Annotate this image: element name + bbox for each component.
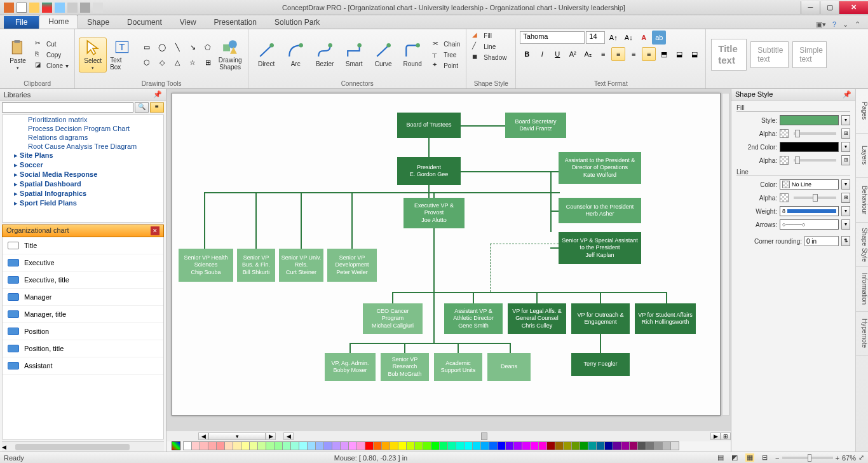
zoom-fit-button[interactable]: ⤢ bbox=[858, 453, 864, 462]
select-tool[interactable]: Select▾ bbox=[79, 38, 107, 73]
color-swatch[interactable] bbox=[398, 441, 407, 450]
color-swatch[interactable] bbox=[456, 441, 465, 450]
org-node-svpd[interactable]: Senior VP DevelopmentPeter Weiler bbox=[327, 249, 377, 282]
color-swatch[interactable] bbox=[538, 441, 547, 450]
color-swatch[interactable] bbox=[505, 441, 514, 450]
connector-smart[interactable]: Smart bbox=[340, 41, 368, 69]
left-scrollbar[interactable]: ◀ bbox=[2, 441, 164, 452]
color-swatch[interactable] bbox=[299, 441, 308, 450]
sidetab-information[interactable]: Information bbox=[856, 267, 868, 312]
color-swatch[interactable] bbox=[613, 441, 621, 450]
copy-button[interactable]: ⎘Copy bbox=[33, 50, 71, 60]
line-color-dropdown[interactable]: ▾ bbox=[841, 179, 850, 190]
text-box-tool[interactable]: T Text Box bbox=[108, 37, 136, 73]
subtitle-text-placeholder[interactable]: Subtitle text bbox=[750, 41, 789, 69]
shape-ellipse-icon[interactable]: ◯ bbox=[155, 40, 169, 54]
color-swatch[interactable] bbox=[489, 441, 498, 450]
color-swatch[interactable] bbox=[596, 441, 605, 450]
color-swatch[interactable] bbox=[356, 441, 365, 450]
open-icon[interactable] bbox=[29, 3, 39, 13]
arrows-swatch[interactable]: ○────○ bbox=[780, 219, 839, 230]
font-family-select[interactable]: Tahoma bbox=[520, 31, 585, 44]
shape-item-title[interactable]: Title bbox=[3, 237, 163, 254]
library-search-input[interactable] bbox=[2, 102, 133, 113]
arrows-dropdown[interactable]: ▾ bbox=[841, 219, 850, 230]
align-right-button[interactable]: ≡ bbox=[627, 47, 641, 61]
color-swatch[interactable] bbox=[191, 441, 200, 450]
color-swatch[interactable] bbox=[555, 441, 564, 450]
lib-category[interactable]: Sport Field Plans bbox=[3, 198, 163, 208]
color-swatch[interactable] bbox=[373, 441, 382, 450]
shape-10-icon[interactable]: ⊞ bbox=[201, 55, 215, 69]
org-node-bot[interactable]: Board of Trustees bbox=[397, 113, 461, 138]
scroll-right-button[interactable]: ▶ bbox=[710, 432, 721, 440]
tab-view[interactable]: View bbox=[171, 16, 205, 29]
color-swatch[interactable] bbox=[522, 441, 531, 450]
org-node-vps[interactable]: VP for Student AffairsRich Hollingsworth bbox=[635, 303, 696, 334]
sidetab-behaviour[interactable]: Behaviour bbox=[856, 178, 868, 223]
org-node-cp[interactable]: Counselor to the PresidentHerb Asher bbox=[559, 198, 641, 223]
shape-item-position[interactable]: Position bbox=[3, 323, 163, 340]
shape-item-position-title[interactable]: Position, title bbox=[3, 340, 163, 357]
color-swatch[interactable] bbox=[414, 441, 423, 450]
org-node-avp[interactable]: Assistant VP & Athletic DirectorGene Smi… bbox=[444, 303, 503, 334]
shape-palette-header[interactable]: Organizational chart ✕ bbox=[2, 225, 164, 237]
color-swatch[interactable] bbox=[406, 441, 415, 450]
cut-button[interactable]: ✂Cut bbox=[33, 39, 71, 49]
minimize-button[interactable]: ─ bbox=[801, 1, 820, 14]
superscript-button[interactable]: A² bbox=[566, 47, 580, 61]
line-weight-swatch[interactable]: 8 bbox=[780, 206, 839, 216]
color-swatch[interactable] bbox=[274, 441, 283, 450]
pin-icon[interactable]: 📌 bbox=[843, 90, 851, 99]
color-swatch[interactable] bbox=[282, 441, 291, 450]
org-node-dea[interactable]: Deans bbox=[487, 353, 531, 381]
color-swatch[interactable] bbox=[480, 441, 489, 450]
color-swatch[interactable] bbox=[290, 441, 299, 450]
color-swatch[interactable] bbox=[381, 441, 390, 450]
color-swatch[interactable] bbox=[621, 441, 630, 450]
chevron-down-icon[interactable]: ⌄ bbox=[843, 20, 848, 29]
color-swatch[interactable] bbox=[580, 441, 588, 450]
sidetab-shape-style[interactable]: Shape Style bbox=[856, 223, 868, 267]
bold-button[interactable]: B bbox=[520, 47, 534, 61]
tab-home[interactable]: Home bbox=[39, 15, 78, 29]
tab-presentation[interactable]: Presentation bbox=[205, 16, 266, 29]
lib-category[interactable]: Social Media Response bbox=[3, 170, 163, 179]
zoom-out-button[interactable]: − bbox=[775, 454, 779, 462]
org-node-svpb[interactable]: Senior VP Bus. & Fin.Bill Shkurti bbox=[237, 249, 275, 282]
color-swatch[interactable] bbox=[365, 441, 374, 450]
shape-9-icon[interactable]: ☆ bbox=[186, 55, 200, 69]
valign-mid-button[interactable]: ⬓ bbox=[672, 47, 686, 61]
fill-alpha-picker[interactable]: ⊞ bbox=[841, 128, 850, 139]
drawing-page[interactable]: Board of TrusteesBoard SecretaryDavid Fr… bbox=[172, 93, 721, 416]
second-color-swatch[interactable] bbox=[780, 142, 839, 152]
color-swatch[interactable] bbox=[208, 441, 217, 450]
color-swatch[interactable] bbox=[646, 441, 654, 450]
org-node-vpo[interactable]: VP for Outreach & Engagement bbox=[571, 303, 630, 334]
line-button[interactable]: ╱Line bbox=[470, 41, 498, 52]
page-dropdown[interactable]: ▾ bbox=[208, 432, 266, 440]
shape-rect-icon[interactable]: ▭ bbox=[140, 40, 154, 54]
color-swatch[interactable] bbox=[563, 441, 572, 450]
sidetab-hypernote[interactable]: Hypernote bbox=[856, 312, 868, 356]
status-icon[interactable]: ◩ bbox=[731, 453, 738, 462]
color-swatch[interactable] bbox=[513, 441, 522, 450]
search-button[interactable]: 🔍 bbox=[135, 102, 149, 113]
fill-style-swatch[interactable] bbox=[780, 115, 839, 125]
tab-shape[interactable]: Shape bbox=[78, 16, 118, 29]
shape-line-icon[interactable]: ╲ bbox=[170, 40, 184, 54]
connector-round[interactable]: Round bbox=[398, 41, 426, 69]
color-swatch[interactable] bbox=[323, 441, 332, 450]
color-swatch[interactable] bbox=[464, 441, 473, 450]
fill-alpha-slider[interactable] bbox=[794, 132, 836, 135]
shape-item-assistant[interactable]: Assistant bbox=[3, 357, 163, 375]
clone-button[interactable]: ◪Clone ▾ bbox=[33, 60, 71, 71]
scroll-menu[interactable]: ⊞ bbox=[721, 432, 731, 440]
sidetab-pages[interactable]: Pages bbox=[856, 89, 868, 134]
line-alpha-picker[interactable]: ⊞ bbox=[841, 193, 850, 203]
align-left-button[interactable]: ≡ bbox=[596, 47, 610, 61]
color-swatch[interactable] bbox=[200, 441, 208, 450]
shape-item-executive-title[interactable]: Executive, title bbox=[3, 272, 163, 289]
color-swatch[interactable] bbox=[249, 441, 258, 450]
color-swatch[interactable] bbox=[241, 441, 250, 450]
